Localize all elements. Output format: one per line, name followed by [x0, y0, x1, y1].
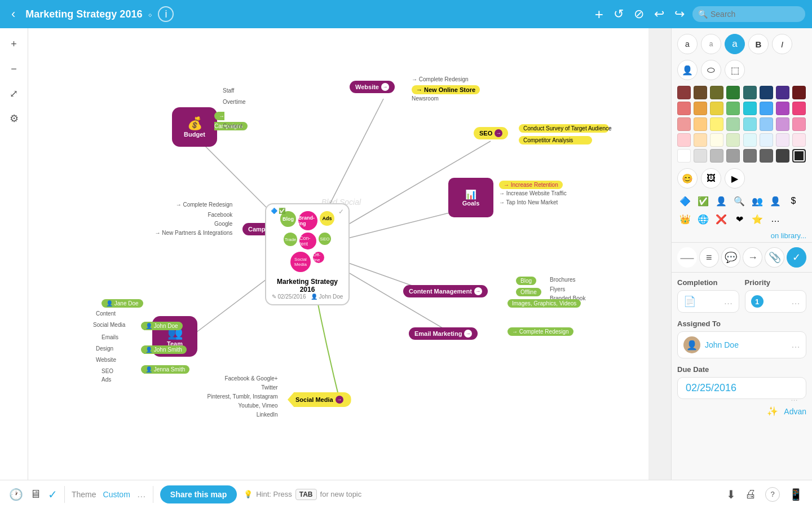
- priority-box[interactable]: 1 …: [745, 290, 807, 313]
- due-date-dots[interactable]: …: [791, 394, 798, 402]
- canvas[interactable]: Blog Brand-ing Ads Trade Con-tent SEO So…: [28, 28, 648, 480]
- sticker-item-8[interactable]: 🌐: [695, 211, 711, 227]
- text-normal-btn[interactable]: a: [677, 34, 698, 54]
- color-swatch-22[interactable]: [776, 117, 789, 131]
- color-swatch-39[interactable]: [792, 149, 806, 163]
- color-swatch-30[interactable]: [776, 133, 789, 147]
- color-swatch-4[interactable]: [743, 86, 757, 99]
- color-swatch-2[interactable]: [710, 86, 723, 99]
- theme-custom-button[interactable]: Custom: [103, 490, 130, 499]
- sticker-item-2[interactable]: 👤: [713, 193, 729, 209]
- sticker-item-5[interactable]: 👤: [767, 193, 783, 209]
- cancel-button[interactable]: ⊘: [632, 5, 646, 24]
- advanced-link[interactable]: Advan: [784, 407, 806, 416]
- text-bold-btn[interactable]: B: [748, 34, 769, 54]
- color-swatch-38[interactable]: [776, 149, 789, 163]
- website-node[interactable]: Website → → Complete Redesign → New Onli…: [350, 81, 395, 93]
- help-button[interactable]: ?: [765, 487, 780, 502]
- color-swatch-19[interactable]: [726, 117, 740, 131]
- color-swatch-33[interactable]: [694, 149, 707, 163]
- text-large-btn[interactable]: a: [725, 34, 745, 54]
- color-swatch-13[interactable]: [760, 102, 773, 115]
- share-button[interactable]: Share this map: [160, 485, 237, 503]
- video-btn[interactable]: ▶: [725, 168, 745, 189]
- email-marketing-node[interactable]: Email Marketing → → Complete Redesign: [409, 327, 478, 340]
- shape-rect-btn[interactable]: ⬚: [725, 60, 745, 80]
- color-swatch-32[interactable]: [677, 149, 691, 163]
- content-management-node[interactable]: Content Management → Blog Offline Brochu…: [403, 285, 488, 297]
- color-swatch-31[interactable]: [792, 133, 806, 147]
- color-swatch-11[interactable]: [726, 102, 740, 115]
- sticker-item-11[interactable]: ⭐: [749, 211, 765, 227]
- settings-button[interactable]: ⚙: [4, 108, 24, 129]
- sticker-item-12[interactable]: …: [767, 211, 783, 227]
- team-node[interactable]: 👥 Team 👤 Jane Doe Content Social Media 👤…: [152, 316, 197, 357]
- document-title[interactable]: Marketing Strategy 2016: [25, 8, 142, 20]
- text-italic-btn[interactable]: I: [772, 34, 792, 54]
- undo-button[interactable]: ↩: [652, 5, 667, 24]
- color-swatch-23[interactable]: [792, 117, 806, 131]
- assigned-box[interactable]: 👤 John Doe …: [677, 331, 806, 358]
- download-button[interactable]: ⬇: [726, 488, 736, 501]
- color-swatch-3[interactable]: [726, 86, 740, 99]
- sticker-item-1[interactable]: ✅: [695, 193, 711, 209]
- color-swatch-6[interactable]: [776, 86, 789, 99]
- menu-btn[interactable]: ≡: [699, 247, 719, 268]
- back-button[interactable]: ‹: [7, 5, 20, 24]
- check-button[interactable]: ✓: [48, 488, 58, 501]
- color-swatch-34[interactable]: [710, 149, 723, 163]
- completion-dots[interactable]: …: [724, 296, 733, 306]
- sticker-item-4[interactable]: 👥: [749, 193, 765, 209]
- image-btn[interactable]: 🖼: [701, 168, 721, 189]
- color-swatch-28[interactable]: [743, 133, 757, 147]
- seo-node[interactable]: SEO → Conduct Survey of Target Audience …: [474, 127, 508, 139]
- add-button[interactable]: +: [593, 3, 606, 25]
- sticker-item-7[interactable]: 👑: [677, 211, 693, 227]
- color-swatch-17[interactable]: [694, 117, 707, 131]
- sticker-item-0[interactable]: 🔷: [677, 193, 693, 209]
- emoji-btn[interactable]: 😊: [677, 168, 698, 189]
- display-button[interactable]: 🖥: [30, 488, 41, 501]
- zoom-out-button[interactable]: −: [4, 59, 24, 79]
- color-swatch-8[interactable]: [677, 102, 691, 115]
- color-swatch-27[interactable]: [726, 133, 740, 147]
- color-swatch-18[interactable]: [710, 117, 723, 131]
- redo-button[interactable]: ↪: [672, 5, 687, 24]
- sticker-item-3[interactable]: 🔍: [731, 193, 747, 209]
- color-swatch-20[interactable]: [743, 117, 757, 131]
- text-small-btn[interactable]: a: [701, 34, 721, 54]
- social-media-node[interactable]: Social Media → Facebook & Google+ Twitte…: [288, 392, 351, 407]
- color-swatch-5[interactable]: [760, 86, 773, 99]
- dash-btn[interactable]: —: [677, 247, 697, 268]
- color-swatch-37[interactable]: [760, 149, 773, 163]
- shape-oval-btn[interactable]: ⬭: [701, 60, 721, 80]
- completion-box[interactable]: 📄 …: [677, 290, 739, 313]
- due-date-box[interactable]: 02/25/2016 …: [677, 377, 806, 399]
- color-swatch-24[interactable]: [677, 133, 691, 147]
- history-button[interactable]: 🕐: [9, 488, 23, 501]
- info-button[interactable]: i: [158, 6, 174, 22]
- color-swatch-29[interactable]: [760, 133, 773, 147]
- mobile-button[interactable]: 📱: [789, 488, 803, 501]
- shape-hex-btn[interactable]: 👤: [677, 60, 698, 80]
- sticker-item-9[interactable]: ❌: [713, 211, 729, 227]
- goals-node[interactable]: 📊 Goals → Increase Retention → Increase …: [448, 178, 493, 217]
- confirm-btn[interactable]: ✓: [787, 247, 806, 268]
- color-swatch-36[interactable]: [743, 149, 757, 163]
- color-swatch-1[interactable]: [694, 86, 707, 99]
- print-button[interactable]: 🖨: [745, 488, 756, 501]
- priority-dots[interactable]: …: [791, 296, 800, 306]
- color-swatch-14[interactable]: [776, 102, 789, 115]
- color-swatch-25[interactable]: [694, 133, 707, 147]
- color-swatch-26[interactable]: [710, 133, 723, 147]
- zoom-in-button[interactable]: +: [4, 34, 24, 54]
- arrange-button[interactable]: ⤢: [4, 84, 24, 104]
- color-swatch-15[interactable]: [792, 102, 806, 115]
- color-swatch-0[interactable]: [677, 86, 691, 99]
- central-check[interactable]: ✓: [338, 208, 344, 216]
- browse-link[interactable]: on library...: [672, 229, 812, 242]
- color-swatch-10[interactable]: [710, 102, 723, 115]
- theme-dots-button[interactable]: …: [137, 489, 146, 500]
- color-swatch-7[interactable]: [792, 86, 806, 99]
- color-swatch-9[interactable]: [694, 102, 707, 115]
